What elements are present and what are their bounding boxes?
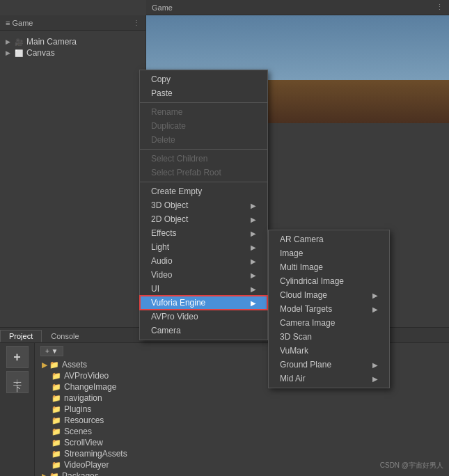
sub-model-targets-label: Model Targets: [280, 304, 332, 314]
sub-image[interactable]: Image: [269, 246, 389, 260]
context-menu: Copy Paste Rename Duplicate Delete Selec…: [139, 70, 268, 340]
tab-project[interactable]: Project: [0, 330, 42, 342]
tab-console-label: Console: [51, 332, 79, 340]
sub-ground-plane[interactable]: Ground Plane ▶: [269, 358, 389, 372]
folder-label: navigation: [64, 393, 102, 403]
folder-icon: 📁: [52, 372, 61, 381]
add-button[interactable]: +: [6, 346, 29, 368]
ctx-camera[interactable]: Camera: [140, 324, 267, 338]
folder-label: ScrollView: [64, 438, 103, 447]
folder-label: VideoPlayer: [64, 460, 109, 470]
folder-icon: 📁: [52, 450, 61, 459]
folder-scrollview[interactable]: 📁 ScrollView: [40, 437, 443, 448]
ctx-light[interactable]: Light ▶: [140, 240, 267, 254]
ctx-paste[interactable]: Paste: [140, 86, 267, 100]
ctx-copy[interactable]: Copy: [140, 72, 267, 86]
sub-3d-scan-label: 3D Scan: [280, 332, 312, 342]
arrow-button[interactable]: 下一→: [6, 371, 29, 393]
ctx-2d-object[interactable]: 2D Object ▶: [140, 212, 267, 226]
folder-icon: 📁: [52, 383, 61, 392]
tree-label: Canvas: [26, 48, 55, 58]
sub-cylindrical-image[interactable]: Cylindrical Image: [269, 274, 389, 288]
folder-label: Plugins: [64, 404, 91, 414]
sub-ground-plane-arrow: ▶: [372, 361, 378, 369]
ctx-3d-object-label: 3D Object: [151, 200, 188, 210]
sub-image-label: Image: [280, 248, 303, 258]
hierarchy-panel: ≡ Game ⋮ ▶ 🎥 Main Camera ▶ ⬜ Canvas: [0, 15, 146, 328]
sub-cloud-image[interactable]: Cloud Image ▶: [269, 288, 389, 302]
ctx-vuforia-engine[interactable]: Vuforia Engine ▶: [140, 296, 267, 310]
ctx-delete: Delete: [140, 133, 267, 147]
folder-label: StreamingAssets: [64, 449, 127, 459]
ctx-avpro-video[interactable]: AVPro Video: [140, 310, 267, 324]
tree-label: Main Camera: [26, 37, 77, 47]
ctx-vuforia-engine-label: Vuforia Engine: [151, 298, 205, 308]
sub-mid-air[interactable]: Mid Air ▶: [269, 372, 389, 386]
tree-item-maincamera[interactable]: ▶ 🎥 Main Camera: [0, 36, 145, 47]
folder-icon: ▶ 📁: [42, 472, 59, 477]
ctx-sep3: [140, 182, 267, 182]
folder-label: Resources: [64, 415, 104, 425]
sub-camera-image[interactable]: Camera Image: [269, 316, 389, 330]
left-panel: + 下一→: [0, 343, 35, 476]
folder-icon: 📁: [52, 405, 61, 414]
assets-root-label: Assets: [62, 360, 87, 370]
folder-icon: 📁: [52, 394, 61, 403]
camera-icon: 🎥: [14, 37, 24, 47]
folder-plugins[interactable]: 📁 Plugins: [40, 404, 443, 415]
ctx-vuforia-engine-arrow: ▶: [251, 299, 256, 307]
sub-ar-camera[interactable]: AR Camera: [269, 232, 389, 246]
sub-mid-air-arrow: ▶: [372, 375, 378, 383]
ctx-select-children-label: Select Children: [151, 154, 207, 164]
ctx-duplicate: Duplicate: [140, 119, 267, 133]
folder-icon: 📁: [52, 427, 61, 436]
ctx-create-empty-label: Create Empty: [151, 187, 202, 196]
ctx-2d-object-label: 2D Object: [151, 214, 188, 224]
folder-scenes[interactable]: 📁 Scenes: [40, 426, 443, 437]
assets-folder-icon: ▶ 📁: [42, 360, 59, 370]
game-title: Game: [152, 3, 173, 12]
ctx-ui[interactable]: UI ▶: [140, 282, 267, 296]
ctx-sep1: [140, 102, 267, 103]
game-dots: ⋮: [436, 3, 443, 12]
hierarchy-header: ≡ Game ⋮: [0, 15, 146, 31]
game-header: Game ⋮: [146, 0, 449, 15]
ctx-avpro-video-label: AVPro Video: [151, 312, 198, 322]
ctx-effects[interactable]: Effects ▶: [140, 226, 267, 240]
watermark: CSDN @宇宙好男人: [380, 461, 443, 470]
ctx-rename-label: Rename: [151, 107, 182, 117]
sub-vumark[interactable]: VuMark: [269, 344, 389, 358]
ctx-audio-label: Audio: [151, 256, 173, 266]
folder-icon: 📁: [52, 416, 61, 425]
ctx-ui-label: UI: [151, 284, 159, 294]
ctx-select-children: Select Children: [140, 152, 267, 166]
folder-resources[interactable]: 📁 Resources: [40, 415, 443, 426]
ctx-copy-label: Copy: [151, 74, 171, 84]
hierarchy-title: ≡ Game: [6, 19, 33, 27]
tree-item-canvas[interactable]: ▶ ⬜ Canvas: [0, 47, 145, 58]
ctx-2d-object-arrow: ▶: [251, 216, 256, 223]
folder-streamingassets[interactable]: 📁 StreamingAssets: [40, 448, 443, 459]
ctx-light-label: Light: [151, 242, 169, 252]
folder-label: Scenes: [64, 427, 92, 436]
ctx-effects-arrow: ▶: [251, 230, 256, 237]
sub-model-targets-arrow: ▶: [372, 306, 378, 313]
folder-icon: 📁: [52, 438, 61, 447]
sub-model-targets[interactable]: Model Targets ▶: [269, 302, 389, 316]
tab-console[interactable]: Console: [42, 330, 88, 342]
sub-multi-image[interactable]: Multi Image: [269, 260, 389, 274]
ctx-video[interactable]: Video ▶: [140, 268, 267, 282]
folder-icon: 📁: [52, 461, 61, 470]
folder-navigation[interactable]: 📁 navigation: [40, 392, 443, 404]
ctx-audio[interactable]: Audio ▶: [140, 254, 267, 268]
assets-add-button[interactable]: + ▼: [40, 346, 63, 356]
folder-packages[interactable]: ▶ 📁 Packages: [40, 470, 443, 476]
hierarchy-dots: ⋮: [133, 19, 140, 26]
ctx-light-arrow: ▶: [251, 244, 256, 251]
sub-3d-scan[interactable]: 3D Scan: [269, 330, 389, 344]
ctx-3d-object[interactable]: 3D Object ▶: [140, 198, 267, 212]
folder-label: ChangeImage: [64, 382, 116, 392]
ctx-3d-object-arrow: ▶: [251, 202, 256, 209]
ctx-create-empty[interactable]: Create Empty: [140, 184, 267, 198]
ctx-video-label: Video: [151, 270, 172, 280]
